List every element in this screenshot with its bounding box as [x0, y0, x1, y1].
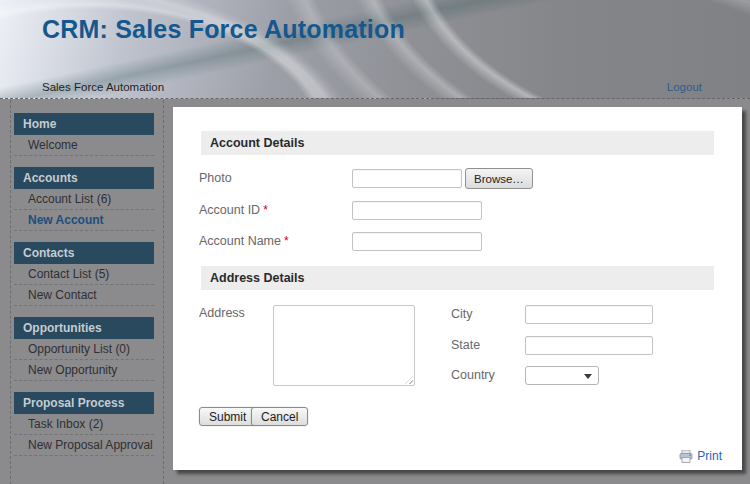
- account-details-section-header: Account Details: [201, 131, 714, 155]
- city-input[interactable]: [525, 305, 653, 324]
- sidebar-header-proposal-process: Proposal Process: [14, 392, 154, 414]
- country-select[interactable]: [525, 366, 599, 385]
- sidebar-item-account-list[interactable]: Account List (6): [14, 189, 154, 210]
- city-label: City: [451, 307, 473, 321]
- account-name-label-text: Account Name: [199, 234, 281, 248]
- sidebar-item-new-account[interactable]: New Account: [14, 210, 154, 231]
- sidebar-item-task-inbox[interactable]: Task Inbox (2): [14, 414, 154, 435]
- account-id-input[interactable]: [352, 201, 482, 220]
- submit-button[interactable]: Submit: [199, 407, 256, 426]
- address-details-section-header: Address Details: [201, 266, 714, 290]
- sidebar-header-opportunities: Opportunities: [14, 317, 154, 339]
- sidebar-section-contacts: Contacts Contact List (5) New Contact: [14, 242, 154, 306]
- sidebar-header-home: Home: [14, 113, 154, 135]
- print-link-label: Print: [697, 449, 722, 463]
- address-label: Address: [199, 306, 245, 320]
- sidebar-section-home: Home Welcome: [14, 113, 154, 156]
- sidebar-header-accounts: Accounts: [14, 167, 154, 189]
- sidebar-item-opportunity-list[interactable]: Opportunity List (0): [14, 339, 154, 360]
- page-title: CRM: Sales Force Automation: [42, 15, 405, 44]
- content-panel: Account Details Photo Browse… Account ID…: [173, 107, 742, 470]
- photo-label: Photo: [199, 171, 232, 185]
- sidebar-section-opportunities: Opportunities Opportunity List (0) New O…: [14, 317, 154, 381]
- sidebar-header-contacts: Contacts: [14, 242, 154, 264]
- required-marker: *: [284, 234, 289, 248]
- account-id-label: Account ID*: [199, 203, 268, 217]
- sidebar-item-new-contact[interactable]: New Contact: [14, 285, 154, 306]
- cancel-button[interactable]: Cancel: [251, 407, 308, 426]
- photo-file-input[interactable]: [352, 169, 462, 188]
- sidebar-section-proposal-process: Proposal Process Task Inbox (2) New Prop…: [14, 392, 154, 456]
- sidebar-item-new-opportunity[interactable]: New Opportunity: [14, 360, 154, 381]
- sidebar-item-welcome[interactable]: Welcome: [14, 135, 154, 156]
- required-marker: *: [263, 203, 268, 217]
- print-link[interactable]: Print: [679, 449, 722, 463]
- printer-icon: [679, 450, 693, 463]
- country-label: Country: [451, 368, 495, 382]
- state-label: State: [451, 338, 480, 352]
- account-name-input[interactable]: [352, 232, 482, 251]
- account-id-label-text: Account ID: [199, 203, 260, 217]
- state-input[interactable]: [525, 336, 653, 355]
- app-header: CRM: Sales Force Automation Sales Force …: [0, 0, 750, 99]
- sidebar-section-accounts: Accounts Account List (6) New Account: [14, 167, 154, 231]
- browse-button[interactable]: Browse…: [465, 168, 533, 189]
- sidebar-item-new-proposal-approval[interactable]: New Proposal Approval: [14, 435, 154, 456]
- sidebar: Home Welcome Accounts Account List (6) N…: [0, 100, 172, 484]
- address-textarea[interactable]: [273, 305, 415, 386]
- chevron-down-icon: [584, 374, 592, 379]
- sidebar-item-contact-list[interactable]: Contact List (5): [14, 264, 154, 285]
- account-name-label: Account Name*: [199, 234, 289, 248]
- breadcrumb: Sales Force Automation: [42, 81, 164, 93]
- logout-link[interactable]: Logout: [667, 81, 702, 93]
